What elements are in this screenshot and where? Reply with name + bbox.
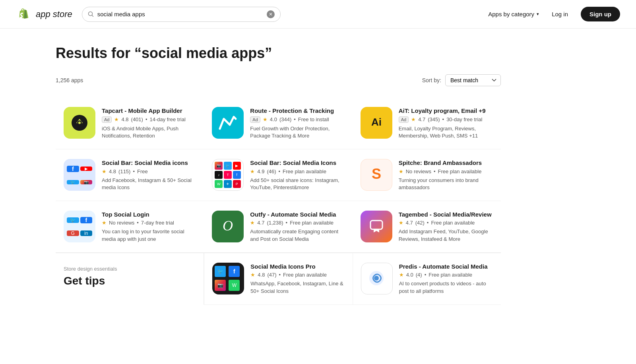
ad-badge: Ad	[399, 116, 409, 123]
app-info-ait: AiT: Loyalty program, Email +9 Ad ★ 4.7 …	[399, 107, 493, 139]
app-icon-tapcart	[64, 107, 95, 139]
login-button[interactable]: Log in	[552, 11, 568, 17]
app-info-topsocia: Top Social Login ★ No reviews • 7-day fr…	[102, 211, 196, 243]
app-info-tagembed: Tagembed - Social Media/Review ★ 4.7 (42…	[399, 211, 493, 243]
app-desc: Turning your consumers into brand ambass…	[399, 177, 493, 191]
app-desc: Automatically create Engaging content an…	[250, 228, 344, 242]
app-desc: Add Facebook, Instagram & 50+ Social med…	[102, 177, 196, 191]
apps-by-category-menu[interactable]: Apps by category ▾	[488, 11, 539, 17]
app-info-outfy: Outfy - Automate Social Media ★ 4.7 (1,2…	[250, 211, 344, 243]
svg-text:S: S	[372, 166, 381, 182]
app-card-outfy[interactable]: O Outfy - Automate Social Media ★ 4.7 (1…	[204, 201, 352, 253]
main-content: Results for “social media apps” 1,256 ap…	[0, 29, 556, 321]
app-meta: ★ 4.7 (1,238) • Free plan available	[250, 220, 344, 226]
chevron-down-icon: ▾	[537, 12, 539, 17]
app-desc: You can log in to your favorite social m…	[102, 228, 196, 242]
app-name: Tagembed - Social Media/Review	[399, 211, 493, 219]
app-meta: ★ 4.8 (47) • Free plan available	[250, 272, 344, 278]
app-info-route: Route - Protection & Tracking Ad ★ 4.0 (…	[250, 107, 344, 139]
app-meta: Ad ★ 4.0 (344) • Free to install	[250, 116, 344, 123]
app-count: 1,256 apps	[56, 77, 83, 83]
header: app store ✕ Apps by category ▾ Log in Si…	[0, 0, 636, 29]
bottom-section: Store design essentials Get tips 🐦 f 📷 W…	[56, 253, 501, 305]
app-desc: Fuel Growth with Order Protection, Packa…	[250, 125, 344, 139]
search-clear-button[interactable]: ✕	[267, 10, 275, 18]
svg-point-4	[78, 122, 81, 124]
app-meta: ★ No reviews • 7-day free trial	[102, 220, 196, 226]
app-info-predis: Predis - Automate Social Media ★ 4.0 (4)…	[399, 263, 493, 295]
app-icon-socialbar1: f ▶ 🐦 📷	[64, 159, 95, 191]
app-icon-spitche: S	[361, 159, 392, 191]
svg-point-11	[374, 276, 379, 281]
svg-text:Ai: Ai	[371, 116, 382, 128]
sort-area: Sort by: Best match Most popular Newest	[422, 74, 501, 86]
app-name: Tapcart - Mobile App Builder	[102, 107, 196, 115]
app-name: Social Bar: Social Media icons	[102, 159, 196, 167]
app-info-socialbar2: Social Bar: Social Media Icons ★ 4.9 (46…	[250, 159, 344, 191]
app-info-socialbar1: Social Bar: Social Media icons ★ 4.8 (11…	[102, 159, 196, 191]
app-name: Predis - Automate Social Media	[399, 263, 493, 271]
app-name: Route - Protection & Tracking	[250, 107, 344, 115]
app-meta: Ad ★ 4.7 (345) • 30-day free trial	[399, 116, 493, 123]
ad-badge: Ad	[102, 116, 112, 123]
search-input[interactable]	[97, 11, 264, 17]
app-grid: Tapcart - Mobile App Builder Ad ★ 4.8 (4…	[56, 97, 501, 253]
shopify-logo-icon	[16, 6, 32, 22]
app-card-tapcart[interactable]: Tapcart - Mobile App Builder Ad ★ 4.8 (4…	[56, 97, 204, 149]
app-desc: Email, Loyalty Program, Reviews, Members…	[399, 125, 493, 139]
app-icon-socialmediapro: 🐦 f 📷 W	[212, 263, 244, 294]
nav-right: Apps by category ▾ Log in Sign up	[488, 7, 620, 21]
app-card-tagembed[interactable]: Tagembed - Social Media/Review ★ 4.7 (42…	[353, 201, 501, 253]
app-desc: AI to convert products to videos - auto …	[399, 280, 493, 294]
app-meta: ★ 4.0 (4) • Free plan available	[399, 272, 493, 278]
search-icon	[88, 11, 94, 17]
app-desc: iOS & Android Mobile Apps, Push Notifica…	[102, 125, 196, 139]
store-design-panel: Store design essentials Get tips	[56, 253, 204, 305]
app-info-spitche: Spitche: Brand Ambassadors ★ No reviews …	[399, 159, 493, 191]
sort-label: Sort by:	[422, 77, 441, 83]
app-icon-route	[212, 107, 244, 139]
app-desc: Add Instagram Feed, YouTube, Google Revi…	[399, 228, 493, 242]
app-icon-outfy: O	[212, 211, 244, 242]
app-card-socialmediapro[interactable]: 🐦 f 📷 W Social Media Icons Pro ★ 4.8 (47…	[204, 253, 352, 305]
app-icon-ait: Ai	[361, 107, 392, 139]
store-design-label: Store design essentials	[64, 266, 196, 272]
app-icon-topsocia: 🐦 f G in	[64, 211, 95, 242]
app-icon-socialbar2: 📷 🐦 ▶ ♪ T f W ✈ P	[212, 159, 244, 191]
app-desc: Add 50+ social share icons: Instagram, Y…	[250, 177, 344, 191]
signup-button[interactable]: Sign up	[581, 7, 620, 21]
app-name: Social Media Icons Pro	[250, 263, 344, 271]
app-name: AiT: Loyalty program, Email +9	[399, 107, 493, 115]
app-meta: ★ 4.8 (115) • Free	[102, 168, 196, 174]
app-card-predis[interactable]: Predis - Automate Social Media ★ 4.0 (4)…	[353, 253, 501, 305]
app-name: Top Social Login	[102, 211, 196, 219]
svg-text:O: O	[223, 218, 233, 234]
apps-by-category-label: Apps by category	[488, 11, 534, 17]
app-card-ait[interactable]: Ai AiT: Loyalty program, Email +9 Ad ★ 4…	[353, 97, 501, 149]
search-bar: ✕	[82, 7, 281, 22]
store-design-title: Get tips	[64, 274, 196, 288]
logo[interactable]: app store	[16, 6, 72, 22]
svg-rect-9	[370, 221, 382, 229]
app-icon-tagembed	[361, 211, 392, 242]
app-card-spitche[interactable]: S Spitche: Brand Ambassadors ★ No review…	[353, 149, 501, 201]
app-name: Outfy - Automate Social Media	[250, 211, 344, 219]
app-meta: ★ 4.9 (46) • Free plan available	[250, 168, 344, 174]
app-name: Spitche: Brand Ambassadors	[399, 159, 493, 167]
app-card-topsocia[interactable]: 🐦 f G in Top Social Login ★ No reviews •…	[56, 201, 204, 253]
app-card-socialbar1[interactable]: f ▶ 🐦 📷 Social Bar: Social Media icons ★…	[56, 149, 204, 201]
app-info-tapcart: Tapcart - Mobile App Builder Ad ★ 4.8 (4…	[102, 107, 196, 139]
logo-text: app store	[36, 9, 72, 19]
app-card-socialbar2[interactable]: 📷 🐦 ▶ ♪ T f W ✈ P Social Bar: Social Med…	[204, 149, 352, 201]
results-meta: 1,256 apps Sort by: Best match Most popu…	[56, 74, 501, 86]
app-meta: ★ No reviews • Free plan available	[399, 168, 493, 174]
app-desc: WhatsApp, Facebook, Instagram, Line & 50…	[250, 280, 344, 294]
app-name: Social Bar: Social Media Icons	[250, 159, 344, 167]
sort-select[interactable]: Best match Most popular Newest	[445, 74, 501, 86]
results-title: Results for “social media apps”	[56, 45, 501, 62]
app-card-route[interactable]: Route - Protection & Tracking Ad ★ 4.0 (…	[204, 97, 352, 149]
ad-badge: Ad	[250, 116, 260, 123]
app-icon-predis	[361, 263, 393, 294]
app-meta: ★ 4.7 (42) • Free plan available	[399, 220, 493, 226]
app-info-socialmediapro: Social Media Icons Pro ★ 4.8 (47) • Free…	[250, 263, 344, 295]
